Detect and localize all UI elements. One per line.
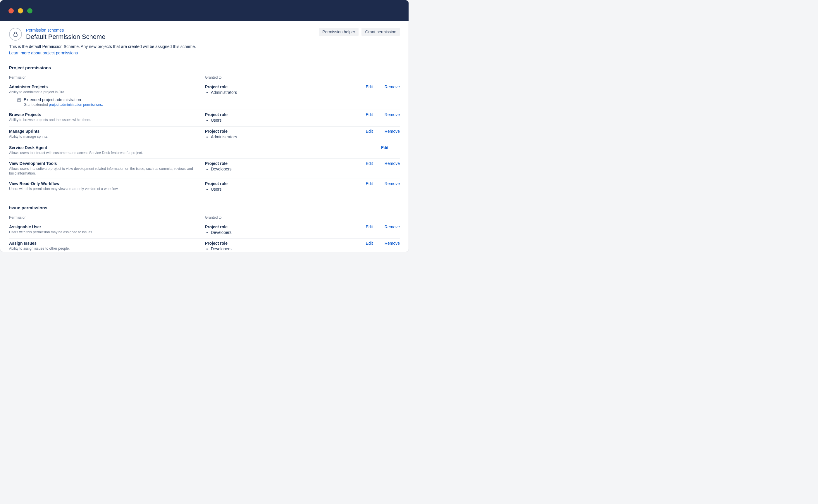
page-title: Default Permission Scheme <box>26 33 105 41</box>
permission-section: Project permissionsPermissionGranted toA… <box>9 65 400 195</box>
permission-helper-button[interactable]: Permission helper <box>319 28 358 36</box>
edit-link[interactable]: Edit <box>366 84 373 89</box>
page-description: This is the default Permission Scheme. A… <box>9 44 400 49</box>
window-frame: Permission schemes Default Permission Sc… <box>0 0 409 252</box>
table-header: PermissionGranted to <box>9 73 400 82</box>
permission-cell: Assignable UserUsers with this permissio… <box>9 225 205 234</box>
permission-cell: Manage SprintsAbility to manage sprints. <box>9 129 205 139</box>
window-zoom-button[interactable] <box>27 8 32 13</box>
window-close-button[interactable] <box>8 8 14 13</box>
permission-name: Assign Issues <box>9 241 205 246</box>
granted-list: Administrators <box>211 134 334 140</box>
granted-cell: Project roleUsers <box>205 112 334 123</box>
granted-item: Users <box>211 187 334 192</box>
permission-description: Allows users to interact with customers … <box>9 151 196 155</box>
grant-permission-button[interactable]: Grant permission <box>361 28 400 36</box>
granted-label: Project role <box>205 129 334 134</box>
granted-list: Developers <box>211 246 334 252</box>
granted-item: Developers <box>211 230 334 236</box>
permission-description: Ability to manage sprints. <box>9 134 196 139</box>
permission-cell: Service Desk AgentAllows users to intera… <box>9 145 205 155</box>
granted-cell: Project roleDevelopers <box>205 225 334 236</box>
granted-list: Users <box>211 187 334 192</box>
extended-admin-body: Extended project administrationGrant ext… <box>24 97 103 107</box>
granted-list: Developers <box>211 166 334 172</box>
header-buttons: Permission helper Grant permission <box>319 28 400 36</box>
edit-link[interactable]: Edit <box>366 129 373 134</box>
extended-admin-option: Extended project administrationGrant ext… <box>10 97 205 107</box>
permission-name: Service Desk Agent <box>9 145 205 150</box>
permission-name: View Read-Only Workflow <box>9 181 205 186</box>
edit-link[interactable]: Edit <box>381 145 388 150</box>
granted-label: Project role <box>205 225 334 229</box>
actions-cell: EditRemove <box>334 241 400 246</box>
permission-row: Service Desk AgentAllows users to intera… <box>9 143 400 158</box>
remove-link[interactable]: Remove <box>384 112 400 117</box>
header-left: Permission schemes Default Permission Sc… <box>9 28 105 41</box>
remove-link[interactable]: Remove <box>384 161 400 166</box>
granted-cell: Project roleUsers <box>205 181 334 192</box>
actions-cell: EditRemove <box>334 161 400 166</box>
edit-link[interactable]: Edit <box>366 241 373 246</box>
granted-label: Project role <box>205 181 334 186</box>
granted-item: Developers <box>211 166 334 172</box>
permission-cell: View Read-Only WorkflowUsers with this p… <box>9 181 205 191</box>
permission-row: Manage SprintsAbility to manage sprints.… <box>9 127 400 143</box>
column-header-permission: Permission <box>9 75 205 80</box>
remove-link[interactable]: Remove <box>384 129 400 134</box>
remove-link[interactable]: Remove <box>384 241 400 246</box>
extended-admin-description: Grant extended project administration pe… <box>24 103 103 107</box>
permission-description: Users with this permission may view a re… <box>9 187 196 191</box>
granted-cell: Project roleDevelopers <box>205 241 334 252</box>
extended-admin-desc-link[interactable]: project administration permissions. <box>49 103 103 107</box>
permission-row: Administer ProjectsAbility to administer… <box>9 82 400 110</box>
remove-link[interactable]: Remove <box>384 84 400 89</box>
window-minimize-button[interactable] <box>18 8 23 13</box>
granted-list: Developers <box>211 230 334 236</box>
permission-description: Ability to assign issues to other people… <box>9 246 196 251</box>
svg-rect-0 <box>14 34 17 36</box>
edit-link[interactable]: Edit <box>366 225 373 229</box>
page-content: Permission schemes Default Permission Sc… <box>0 21 408 252</box>
granted-list: Administrators <box>211 90 334 96</box>
granted-cell: Project roleAdministrators <box>205 84 334 96</box>
actions-cell: EditRemove <box>334 84 400 89</box>
column-header-actions <box>334 215 400 220</box>
permission-name: View Development Tools <box>9 161 205 166</box>
actions-cell: EditRemove <box>334 181 400 186</box>
granted-label: Project role <box>205 112 334 117</box>
learn-more-link[interactable]: Learn more about project permissions <box>9 51 78 55</box>
column-header-actions <box>334 75 400 80</box>
extended-admin-checkbox[interactable] <box>17 98 21 102</box>
granted-label: Project role <box>205 84 334 89</box>
lock-icon <box>9 28 22 41</box>
permission-row: View Development ToolsAllows users in a … <box>9 159 400 179</box>
header-titles: Permission schemes Default Permission Sc… <box>26 28 105 41</box>
permission-row: Browse ProjectsAbility to browse project… <box>9 110 400 127</box>
granted-label: Project role <box>205 241 334 246</box>
edit-link[interactable]: Edit <box>366 161 373 166</box>
granted-item: Users <box>211 118 334 123</box>
column-header-permission: Permission <box>9 215 205 220</box>
permission-row: Assignable UserUsers with this permissio… <box>9 222 400 239</box>
tree-elbow-icon <box>10 97 15 105</box>
permission-name: Assignable User <box>9 225 205 229</box>
column-header-granted: Granted to <box>205 215 334 220</box>
permission-cell: Assign IssuesAbility to assign issues to… <box>9 241 205 251</box>
permission-row: Assign IssuesAbility to assign issues to… <box>9 239 400 252</box>
edit-link[interactable]: Edit <box>366 112 373 117</box>
section-title: Issue permissions <box>9 205 400 210</box>
actions-cell: Edit <box>334 145 400 150</box>
edit-link[interactable]: Edit <box>366 181 373 186</box>
remove-link[interactable]: Remove <box>384 181 400 186</box>
permission-description: Ability to administer a project in Jira. <box>9 90 196 94</box>
remove-link[interactable]: Remove <box>384 225 400 229</box>
breadcrumb: Permission schemes <box>26 28 105 32</box>
permission-cell: Administer ProjectsAbility to administer… <box>9 84 205 107</box>
actions-cell: EditRemove <box>334 225 400 229</box>
granted-item: Administrators <box>211 134 334 140</box>
granted-list: Users <box>211 118 334 123</box>
extended-admin-desc-text: Grant extended <box>24 103 49 107</box>
permission-name: Browse Projects <box>9 112 205 117</box>
breadcrumb-link[interactable]: Permission schemes <box>26 28 64 32</box>
